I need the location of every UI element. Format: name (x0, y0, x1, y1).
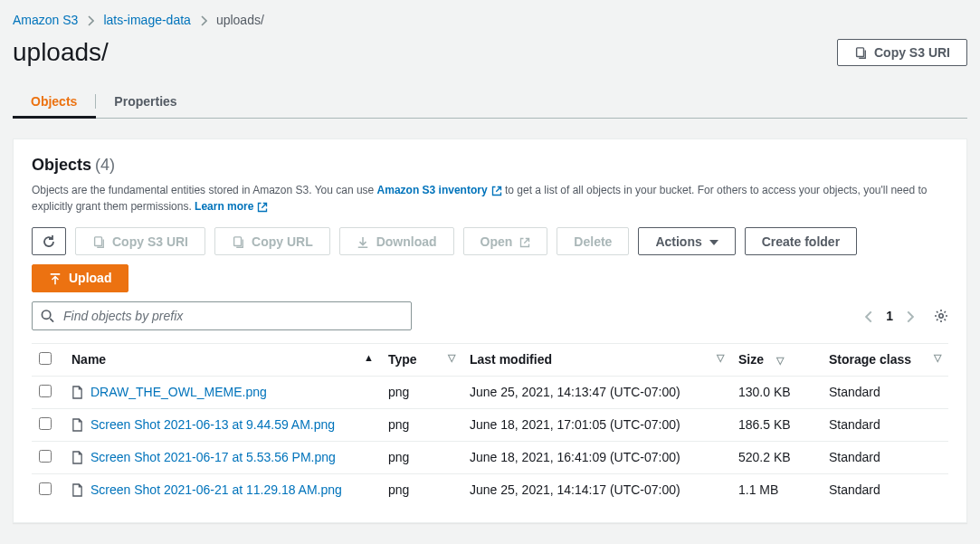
column-type[interactable]: Type ▽ (381, 343, 462, 376)
actions-button[interactable]: Actions (638, 227, 735, 255)
search-wrap (32, 301, 412, 330)
filter-icon: ▽ (448, 352, 455, 364)
column-name-label: Name (71, 352, 106, 367)
svg-point-3 (42, 310, 50, 319)
search-input[interactable] (32, 301, 412, 330)
upload-icon (49, 271, 62, 285)
actions-label: Actions (655, 234, 701, 249)
column-last-modified-label: Last modified (470, 352, 552, 367)
download-icon (357, 234, 369, 249)
search-icon (41, 308, 54, 323)
page-prev-button (865, 308, 873, 322)
download-label: Download (376, 234, 437, 249)
column-size[interactable]: Size ▽ (731, 343, 822, 376)
table-row: Screen Shot 2021-06-21 at 11.29.18 AM.pn… (32, 473, 948, 506)
tab-objects[interactable]: Objects (13, 85, 96, 118)
copy-url-label: Copy URL (252, 234, 313, 249)
table-header-row: Name ▲ Type ▽ Last modified ▽ Size ▽ (32, 343, 948, 376)
copy-s3-uri-label: Copy S3 URI (874, 45, 950, 60)
refresh-button[interactable] (32, 227, 66, 255)
cell-size: 1.1 MB (731, 473, 822, 506)
cell-size: 520.2 KB (731, 441, 822, 473)
copy-s3-uri-button[interactable]: Copy S3 URI (837, 39, 967, 66)
column-last-modified[interactable]: Last modified ▽ (462, 343, 731, 376)
object-name-link[interactable]: DRAW_THE_OWL_MEME.png (90, 385, 267, 399)
cell-modified: June 18, 2021, 17:01:05 (UTC-07:00) (462, 408, 731, 441)
select-all-checkbox[interactable] (39, 352, 52, 365)
copy-s3-uri-button-disabled: Copy S3 URI (75, 227, 205, 255)
column-name[interactable]: Name ▲ (64, 343, 381, 376)
breadcrumb-root-link[interactable]: Amazon S3 (13, 13, 78, 27)
desc-pre: Objects are the fundamental entities sto… (32, 184, 377, 196)
table-row: Screen Shot 2021-06-17 at 5.53.56 PM.png… (32, 441, 948, 473)
page-next-button (906, 308, 914, 322)
svg-rect-0 (857, 48, 864, 57)
upload-label: Upload (69, 271, 111, 285)
delete-label: Delete (574, 234, 612, 249)
objects-panel: Objects (4) Objects are the fundamental … (13, 138, 967, 523)
learn-more-label: Learn more (195, 198, 253, 215)
file-icon (71, 450, 83, 464)
download-button-disabled: Download (339, 227, 454, 255)
copy-icon (854, 45, 867, 60)
svg-rect-2 (234, 237, 242, 246)
create-folder-label: Create folder (762, 234, 840, 249)
row-checkbox[interactable] (39, 385, 52, 397)
row-checkbox[interactable] (39, 417, 52, 430)
create-folder-button[interactable]: Create folder (745, 227, 857, 255)
sort-asc-icon: ▲ (364, 352, 374, 363)
tab-objects-label: Objects (13, 94, 96, 109)
file-icon (71, 385, 83, 399)
column-storage-class-label: Storage class (829, 352, 911, 367)
table-row: Screen Shot 2021-06-13 at 9.44.59 AM.png… (32, 408, 948, 441)
cell-type: png (381, 441, 462, 473)
external-link-icon (257, 198, 268, 215)
panel-description: Objects are the fundamental entities sto… (32, 182, 948, 215)
inventory-link[interactable]: Amazon S3 inventory (377, 182, 502, 198)
column-size-label: Size (738, 352, 764, 367)
breadcrumb: Amazon S3 lats-image-data uploads/ (13, 13, 967, 27)
pager: 1 (865, 308, 948, 323)
upload-row: Upload (32, 264, 948, 291)
objects-table: Name ▲ Type ▽ Last modified ▽ Size ▽ (32, 343, 948, 506)
file-icon (71, 482, 83, 497)
learn-more-link[interactable]: Learn more (195, 198, 268, 215)
cell-storage-class: Standard (822, 376, 948, 408)
row-checkbox[interactable] (39, 450, 52, 463)
chevron-right-icon (200, 13, 207, 27)
panel-header: Objects (4) (32, 156, 948, 175)
filter-icon: ▽ (776, 355, 784, 366)
file-icon (71, 417, 83, 432)
copy-icon (232, 234, 244, 249)
cell-type: png (381, 473, 462, 506)
copy-s3-uri-label: Copy S3 URI (112, 234, 188, 249)
inventory-link-label: Amazon S3 inventory (377, 182, 488, 198)
breadcrumb-bucket-link[interactable]: lats-image-data (103, 13, 191, 27)
settings-button[interactable] (934, 308, 948, 323)
refresh-icon (42, 234, 56, 249)
open-label: Open (480, 234, 513, 249)
cell-modified: June 18, 2021, 16:41:09 (UTC-07:00) (462, 441, 731, 473)
upload-button[interactable]: Upload (32, 264, 128, 291)
chevron-right-icon (87, 13, 94, 27)
object-name-link[interactable]: Screen Shot 2021-06-13 at 9.44.59 AM.png (90, 417, 335, 432)
tabs: Objects Properties (13, 85, 967, 119)
column-storage-class[interactable]: Storage class ▽ (822, 343, 948, 376)
action-button-row: Copy S3 URI Copy URL Download Open (32, 227, 948, 255)
delete-button-disabled: Delete (557, 227, 629, 255)
page-title: uploads/ (13, 38, 109, 67)
cell-type: png (381, 408, 462, 441)
page-number: 1 (886, 309, 893, 323)
row-checkbox[interactable] (39, 482, 52, 495)
filter-icon: ▽ (717, 352, 724, 364)
cell-storage-class: Standard (822, 473, 948, 506)
cell-size: 186.5 KB (731, 408, 822, 441)
panel-title: Objects (32, 156, 91, 174)
object-name-link[interactable]: Screen Shot 2021-06-17 at 5.53.56 PM.png (90, 450, 336, 464)
object-name-link[interactable]: Screen Shot 2021-06-21 at 11.29.18 AM.pn… (90, 482, 342, 497)
toolbar-row: 1 (32, 301, 948, 330)
column-type-label: Type (388, 352, 417, 367)
tab-properties[interactable]: Properties (96, 85, 195, 118)
external-link-icon (519, 234, 530, 249)
cell-type: png (381, 376, 462, 408)
